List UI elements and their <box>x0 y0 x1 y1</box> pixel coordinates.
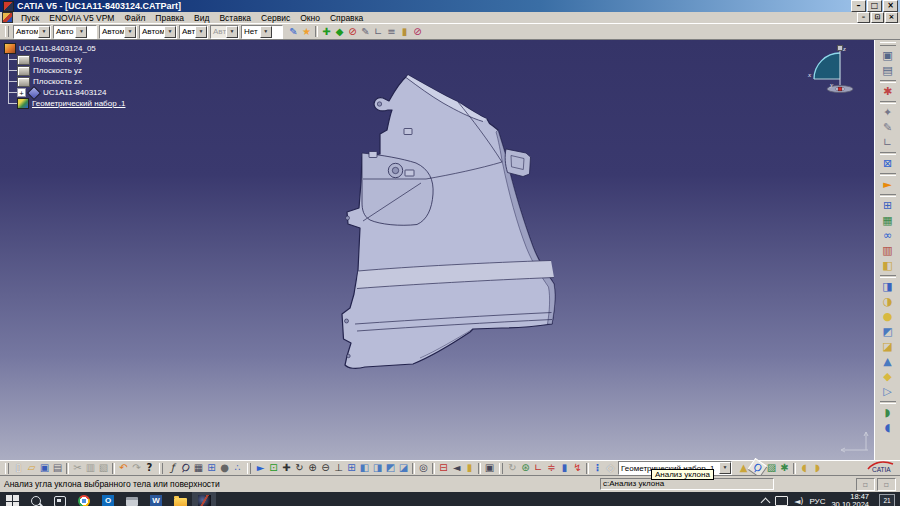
right-bracket[interactable] <box>505 149 530 177</box>
title-bar[interactable]: CATIA V5 - [UC1A11-8403124.CATPart] –□× <box>0 0 900 12</box>
tray-expand-icon[interactable] <box>761 498 771 506</box>
language-indicator[interactable]: РУС <box>809 497 825 506</box>
maximize-button[interactable]: □ <box>867 0 882 12</box>
close-button[interactable]: × <box>883 0 898 12</box>
tree-part-body[interactable]: + UC1A11-8403124 <box>17 87 125 98</box>
tree-node-label[interactable]: UC1A11-8403124 <box>43 88 106 97</box>
tree-plane-yz[interactable]: Плоскость yz <box>17 65 125 76</box>
volume-icon[interactable]: ◄) <box>794 497 803 506</box>
compass-anchor[interactable] <box>838 87 842 91</box>
chevron-down-icon[interactable]: ▼ <box>164 26 176 38</box>
view-compass[interactable]: z x y <box>804 41 868 97</box>
menu-item[interactable]: Пуск <box>16 13 44 23</box>
draft-analysis-icon[interactable]: ◗ <box>879 406 897 420</box>
toolbar-grip[interactable] <box>247 463 251 474</box>
shading-edges-icon[interactable]: ◩ <box>384 462 397 474</box>
explorer-app[interactable] <box>168 492 192 506</box>
mdi-restore-button[interactable]: ⊡ <box>871 12 884 23</box>
ruler-icon[interactable]: ≡ <box>385 26 398 38</box>
specification-window-icon[interactable]: ▣ <box>879 49 897 63</box>
porcupine-analysis-icon[interactable]: ✱ <box>778 462 791 474</box>
flag-note-icon[interactable]: ⊠ <box>879 157 897 171</box>
catia-app[interactable] <box>192 492 216 506</box>
divider-tool-icon[interactable]: ∟ <box>879 136 897 150</box>
menu-item[interactable]: Вставка <box>214 13 256 23</box>
undo-icon[interactable]: ↶ <box>117 462 130 474</box>
mdi-minimize-button[interactable]: – <box>857 12 870 23</box>
sketcher-icon[interactable]: ⊞ <box>879 199 897 213</box>
develop-icon[interactable]: ◗ <box>811 462 824 474</box>
copy-icon[interactable]: ▥ <box>84 462 97 474</box>
tree-node-label[interactable]: Плоскость yz <box>33 66 82 75</box>
filter-combo-4[interactable]: Автома ▼ <box>139 25 177 39</box>
knowledge-book-icon[interactable]: ▮ <box>398 26 411 38</box>
print-icon[interactable]: ▤ <box>51 462 64 474</box>
pan-icon[interactable]: ✚ <box>280 462 293 474</box>
sweep-surface-icon[interactable]: ◪ <box>879 340 897 354</box>
document-icon[interactable] <box>2 12 13 23</box>
clock[interactable]: 18:47 30.10.2024 <box>831 493 869 506</box>
lock-icon[interactable]: ● <box>218 462 231 474</box>
tree-node-label[interactable]: Плоскость xy <box>33 55 82 64</box>
task-view-button[interactable] <box>48 492 72 506</box>
minimize-button[interactable]: – <box>851 0 866 12</box>
open-file-icon[interactable]: ▱ <box>25 462 38 474</box>
snap-icon[interactable]: ∟ <box>372 26 385 38</box>
fit-all-icon[interactable]: ◆ <box>333 26 346 38</box>
cut-icon[interactable]: ✂ <box>71 462 84 474</box>
graphic-properties-icon[interactable]: ✎ <box>287 26 300 38</box>
chevron-down-icon[interactable]: ▼ <box>75 26 87 38</box>
outlook-app[interactable]: O <box>96 492 120 506</box>
zoom-in-icon[interactable]: ⊕ <box>306 462 319 474</box>
compass-frame-icon[interactable]: ▤ <box>879 64 897 78</box>
parameters-icon[interactable]: ⊛ <box>519 462 532 474</box>
wireframe-icon[interactable]: ◪ <box>397 462 410 474</box>
revolve-surface-icon[interactable]: ◑ <box>879 295 897 309</box>
mdi-close-button[interactable]: × <box>885 12 898 23</box>
fill-surface-icon[interactable]: ▲ <box>879 355 897 369</box>
shading-icon[interactable]: ◨ <box>371 462 384 474</box>
tree-plane-xy[interactable]: Плоскость xy <box>17 54 125 65</box>
unfold-icon[interactable]: ◖ <box>798 462 811 474</box>
toolbar-grip[interactable] <box>499 463 503 474</box>
split-surface-icon[interactable]: ▷ <box>879 385 897 399</box>
lightning-icon[interactable]: ↯ <box>571 462 584 474</box>
mask-tool-icon[interactable]: ✦ <box>879 106 897 120</box>
3d-viewport[interactable]: UC1A11-8403124_05 Плоскость xy Плоскос <box>0 40 874 460</box>
menu-item[interactable]: Справка <box>325 13 368 23</box>
filter-combo-5[interactable]: Авт ▼ <box>179 25 208 39</box>
tree-root-part[interactable]: UC1A11-8403124_05 <box>4 43 125 54</box>
menu-item[interactable]: ENOVIA V5 VPM <box>44 13 119 23</box>
menu-item[interactable]: Сервис <box>256 13 295 23</box>
axis-system-icon[interactable]: ∟ <box>532 462 545 474</box>
measure-item-icon[interactable]: ◄ <box>450 462 463 474</box>
pen-tool-icon[interactable]: ✎ <box>879 121 897 135</box>
part-3d-model[interactable] <box>330 62 570 382</box>
filter-combo-1[interactable]: Автома ▼ <box>13 25 51 39</box>
workbench-icon[interactable]: ▦ <box>879 214 897 228</box>
calculator-icon[interactable]: ▦ <box>192 462 205 474</box>
chevron-down-icon[interactable]: ▼ <box>38 26 50 38</box>
curvature-analysis-icon[interactable]: ◖ <box>879 421 897 435</box>
fly-mode-icon[interactable]: ► <box>254 462 267 474</box>
compass-handle[interactable] <box>838 46 843 51</box>
catalog-browser-icon[interactable]: ▥ <box>879 244 897 258</box>
shape-box-icon[interactable]: ◧ <box>879 259 897 273</box>
relations-icon[interactable]: ∴ <box>231 462 244 474</box>
chevron-down-icon[interactable]: ▼ <box>719 462 731 474</box>
chrome-app[interactable] <box>72 492 96 506</box>
filter-combo-2[interactable]: Авто ▼ <box>53 25 97 39</box>
surfacic-curvature-icon[interactable]: ▨ <box>765 462 778 474</box>
save-icon[interactable]: ▣ <box>38 462 51 474</box>
context-help-icon[interactable]: ? <box>143 462 156 474</box>
chevron-down-icon[interactable]: ▼ <box>260 26 272 38</box>
paste-icon[interactable]: ▧ <box>97 462 110 474</box>
search-button[interactable] <box>24 492 48 506</box>
menu-item[interactable]: Окно <box>295 13 325 23</box>
binoculars-icon[interactable]: ∞ <box>879 229 897 243</box>
multi-view-icon[interactable]: ⊞ <box>345 462 358 474</box>
filter-combo-6[interactable]: Авт ▼ <box>210 25 239 39</box>
toolbar-grip[interactable] <box>5 26 9 37</box>
extrude-surface-icon[interactable]: ◨ <box>879 280 897 294</box>
pan-icon[interactable]: ✚ <box>320 26 333 38</box>
